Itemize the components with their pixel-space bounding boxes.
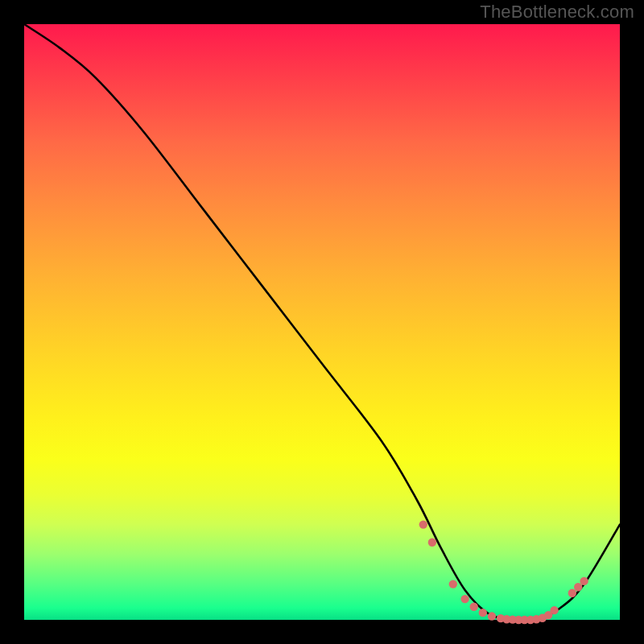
trough-marker xyxy=(470,603,478,611)
trough-marker xyxy=(428,539,436,547)
trough-marker xyxy=(449,580,457,588)
bottleneck-curve xyxy=(24,24,620,621)
trough-marker xyxy=(460,595,469,603)
trough-marker xyxy=(568,589,576,597)
trough-markers xyxy=(419,520,588,624)
trough-marker xyxy=(488,612,496,620)
plot-area xyxy=(24,24,620,620)
trough-marker xyxy=(574,583,582,591)
curve-layer xyxy=(24,24,620,620)
trough-marker xyxy=(580,577,588,585)
trough-marker xyxy=(479,609,487,617)
trough-marker xyxy=(419,520,427,528)
attribution-text: TheBottleneck.com xyxy=(480,2,634,23)
trough-marker xyxy=(550,606,558,614)
chart-frame: TheBottleneck.com xyxy=(0,0,644,644)
